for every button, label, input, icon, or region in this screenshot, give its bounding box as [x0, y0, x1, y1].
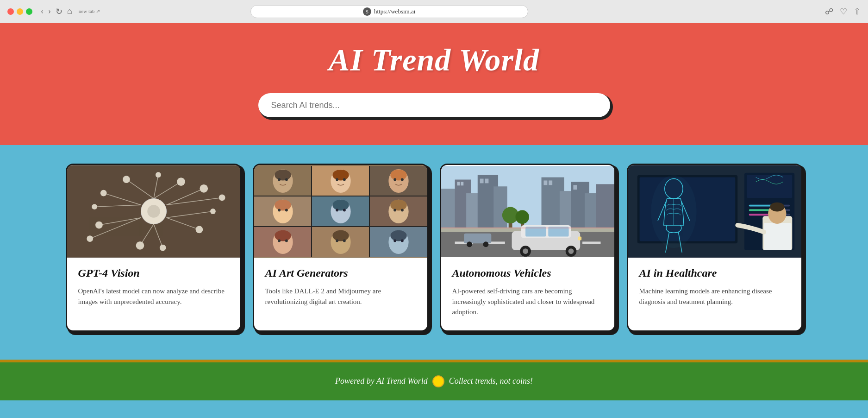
svg-point-73	[400, 239, 403, 242]
browser-actions: ☍ ♡ ⇧	[825, 6, 861, 17]
browser-chrome: ‹ › ↻ ⌂ new tab ↗ S https://websim.ai ☍ …	[0, 0, 868, 23]
svg-point-48	[285, 209, 287, 211]
search-input[interactable]	[258, 93, 610, 117]
svg-point-28	[219, 195, 225, 201]
svg-point-31	[275, 169, 291, 180]
svg-point-17	[155, 172, 161, 177]
svg-point-37	[336, 178, 338, 181]
svg-rect-116	[441, 227, 614, 228]
card-text-gpt4: OpenAI's latest model can now analyze an…	[78, 286, 229, 307]
svg-rect-89	[457, 182, 460, 185]
svg-point-47	[278, 209, 281, 211]
svg-rect-105	[582, 241, 600, 244]
svg-point-112	[523, 248, 528, 254]
svg-point-43	[400, 178, 403, 181]
svg-point-57	[393, 209, 396, 211]
svg-point-119	[483, 241, 488, 247]
footer-tagline: Collect trends, not coins!	[449, 376, 533, 386]
card-title-car: Autonomous Vehicles	[452, 267, 603, 279]
svg-point-27	[200, 184, 208, 193]
svg-point-46	[275, 199, 291, 210]
svg-point-118	[467, 241, 472, 247]
svg-point-23	[136, 241, 144, 250]
site-footer: Powered by AI Trend World Collect trends…	[0, 360, 868, 400]
svg-rect-142	[628, 166, 801, 257]
svg-point-61	[275, 230, 291, 241]
url-text: https://websim.ai	[374, 8, 415, 15]
forward-button[interactable]: ›	[48, 6, 51, 17]
site-title: AI Trend World	[0, 42, 868, 78]
card-body-car: Autonomous Vehicles AI-powered self-driv…	[441, 258, 614, 330]
svg-point-25	[195, 226, 203, 233]
footer-content: Powered by AI Trend World Collect trends…	[0, 375, 868, 387]
svg-point-21	[95, 222, 103, 229]
card-text-car: AI-powered self-driving cars are becomin…	[452, 286, 603, 317]
card-autonomous-vehicles[interactable]: Autonomous Vehicles AI-powered self-driv…	[440, 164, 616, 332]
share-icon[interactable]: ⇧	[854, 6, 861, 17]
card-title-health: AI in Healthcare	[639, 267, 790, 279]
svg-point-42	[393, 178, 396, 181]
svg-point-19	[100, 190, 106, 196]
card-title-gpt4: GPT-4 Vision	[78, 267, 229, 279]
svg-point-16	[123, 176, 130, 183]
card-image-art	[254, 165, 427, 258]
site-header: AI Trend World	[0, 23, 868, 145]
svg-rect-94	[549, 180, 552, 185]
svg-point-32	[278, 178, 281, 181]
svg-point-67	[336, 239, 338, 242]
svg-point-68	[343, 239, 345, 242]
svg-rect-93	[543, 180, 547, 185]
svg-rect-115	[578, 236, 581, 240]
svg-point-2	[147, 205, 160, 218]
svg-rect-90	[461, 182, 463, 185]
svg-point-51	[332, 199, 349, 210]
svg-point-66	[332, 230, 349, 241]
card-image-neural	[67, 165, 240, 258]
maximize-button[interactable]	[26, 8, 32, 15]
card-image-health	[628, 165, 801, 258]
back-button[interactable]: ‹	[41, 6, 44, 17]
svg-point-63	[285, 239, 287, 242]
footer-powered-by: Powered by AI Trend World	[335, 376, 428, 386]
card-ai-art[interactable]: AI Art Generators Tools like DALL-E 2 an…	[253, 164, 429, 332]
site-icon: S	[363, 7, 371, 16]
svg-point-41	[390, 169, 406, 180]
svg-point-20	[92, 204, 97, 209]
svg-point-53	[343, 209, 345, 211]
svg-point-58	[400, 209, 403, 211]
home-button[interactable]: ⌂	[67, 6, 72, 17]
svg-point-38	[343, 178, 345, 181]
card-text-health: Machine learning models are enhancing di…	[639, 286, 790, 307]
card-ai-healthcare[interactable]: AI in Healthcare Machine learning models…	[627, 164, 803, 332]
svg-point-71	[390, 230, 406, 241]
card-body-art: AI Art Generators Tools like DALL-E 2 an…	[254, 258, 427, 320]
heart-icon[interactable]: ♡	[840, 6, 847, 17]
svg-point-26	[210, 209, 216, 214]
tab-label[interactable]: new tab ↗	[79, 8, 100, 14]
minimize-button[interactable]	[17, 8, 23, 15]
card-body-gpt4: GPT-4 Vision OpenAI's latest model can n…	[67, 258, 240, 320]
bookmark-icon[interactable]: ☍	[825, 6, 833, 17]
svg-rect-92	[485, 178, 488, 183]
search-container	[0, 93, 868, 117]
svg-rect-117	[464, 233, 491, 243]
card-gpt4-vision[interactable]: GPT-4 Vision OpenAI's latest model can n…	[66, 164, 242, 332]
card-image-car	[441, 165, 614, 258]
svg-rect-91	[480, 178, 483, 183]
footer-coin-icon	[432, 375, 444, 387]
svg-point-22	[87, 235, 93, 242]
card-title-art: AI Art Generators	[265, 267, 416, 279]
svg-point-62	[278, 239, 281, 242]
svg-rect-95	[573, 185, 577, 190]
svg-point-56	[390, 199, 406, 210]
card-body-health: AI in Healthcare Machine learning models…	[628, 258, 801, 320]
svg-point-18	[177, 177, 185, 186]
reload-button[interactable]: ↻	[56, 6, 62, 17]
cards-section: GPT-4 Vision OpenAI's latest model can n…	[0, 145, 868, 360]
address-bar[interactable]: S https://websim.ai	[250, 5, 528, 18]
svg-point-33	[285, 178, 287, 181]
svg-point-52	[336, 209, 338, 211]
svg-point-36	[332, 169, 349, 180]
close-button[interactable]	[7, 8, 14, 15]
svg-point-24	[159, 245, 166, 251]
